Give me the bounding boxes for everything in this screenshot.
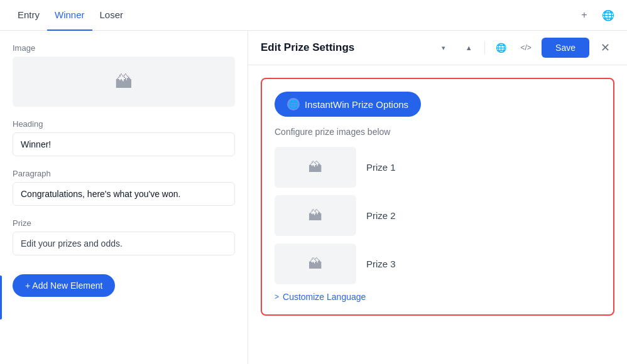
save-label: Save xyxy=(555,43,575,53)
image-label: Image xyxy=(13,43,235,53)
globe-header-icon: 🌐 xyxy=(496,43,506,53)
tab-bar: Entry Winner Loser + 🌐 xyxy=(0,0,627,31)
customize-language-link[interactable]: > Customize Language xyxy=(275,292,601,302)
tab-winner-label: Winner xyxy=(55,9,85,20)
code-icon: </> xyxy=(520,43,531,52)
prize-item-2: 🏔 Prize 2 xyxy=(275,195,601,236)
prize-image-box-1[interactable]: 🏔 xyxy=(275,147,356,188)
instantwin-button[interactable]: 🌐 InstantWin Prize Options xyxy=(275,92,421,117)
prize-label-1: Prize 1 xyxy=(366,162,396,173)
save-button[interactable]: Save xyxy=(542,38,589,58)
image-box[interactable]: 🏔 xyxy=(13,56,235,107)
prize-label: Prize xyxy=(13,218,235,228)
up-arrow-icon: ▲ xyxy=(466,44,472,51)
main-layout: Image 🏔 Heading Paragraph Prize Edit you… xyxy=(0,31,627,364)
left-accent xyxy=(0,276,2,319)
configure-text: Configure prize images below xyxy=(275,127,601,137)
prize-image-box-2[interactable]: 🏔 xyxy=(275,195,356,236)
dropdown-button[interactable]: ▾ xyxy=(434,38,453,57)
heading-label: Heading xyxy=(13,119,235,129)
right-panel: Edit Prize Settings ▾ ▲ 🌐 </> Save ✕ xyxy=(248,31,627,364)
prize-item-3: 🏔 Prize 3 xyxy=(275,244,601,284)
code-button[interactable]: </> xyxy=(516,38,535,57)
add-tab-button[interactable]: + xyxy=(575,6,593,24)
prize-image-placeholder-3: 🏔 xyxy=(308,256,322,272)
tab-entry-label: Entry xyxy=(18,9,40,20)
prize-value: Edit your prizes and odds. xyxy=(21,238,123,249)
image-placeholder-icon: 🏔 xyxy=(115,72,133,92)
globe-tab-button[interactable]: 🌐 xyxy=(599,6,617,24)
paragraph-field-group: Paragraph xyxy=(13,169,235,206)
customize-language-label: Customize Language xyxy=(283,292,366,302)
instantwin-globe-icon: 🌐 xyxy=(287,98,300,110)
tab-actions: + 🌐 xyxy=(575,6,617,24)
prize-input-box[interactable]: Edit your prizes and odds. xyxy=(13,232,235,255)
heading-input[interactable] xyxy=(13,132,235,156)
header-divider xyxy=(484,41,485,54)
tab-loser-label: Loser xyxy=(100,9,124,20)
add-element-label: + Add New Element xyxy=(25,281,102,291)
prize-settings-title: Edit Prize Settings xyxy=(261,41,428,54)
prize-label-2: Prize 2 xyxy=(366,210,396,221)
add-element-button[interactable]: + Add New Element xyxy=(13,274,115,297)
image-field-group: Image 🏔 xyxy=(13,43,235,107)
dropdown-arrow-icon: ▾ xyxy=(442,44,445,52)
paragraph-label: Paragraph xyxy=(13,169,235,178)
prize-image-box-3[interactable]: 🏔 xyxy=(275,244,356,284)
globe-header-button[interactable]: 🌐 xyxy=(491,38,510,57)
tab-entry[interactable]: Entry xyxy=(10,0,47,31)
left-panel: Image 🏔 Heading Paragraph Prize Edit you… xyxy=(0,31,248,364)
tab-loser[interactable]: Loser xyxy=(92,0,131,31)
prize-field-group: Prize Edit your prizes and odds. xyxy=(13,218,235,255)
instantwin-label: InstantWin Prize Options xyxy=(305,99,408,110)
paragraph-input[interactable] xyxy=(13,182,235,206)
up-arrow-button[interactable]: ▲ xyxy=(459,38,478,57)
prize-label-3: Prize 3 xyxy=(366,259,396,269)
close-button[interactable]: ✕ xyxy=(596,38,614,57)
prize-image-placeholder-1: 🏔 xyxy=(308,159,322,176)
prize-item-1: 🏔 Prize 1 xyxy=(275,147,601,188)
prize-content: 🌐 InstantWin Prize Options Configure pri… xyxy=(248,65,627,364)
close-icon: ✕ xyxy=(601,41,610,55)
tab-winner[interactable]: Winner xyxy=(47,0,92,31)
prize-settings-box: 🌐 InstantWin Prize Options Configure pri… xyxy=(261,78,614,316)
prize-image-placeholder-2: 🏔 xyxy=(308,208,322,224)
prize-settings-header: Edit Prize Settings ▾ ▲ 🌐 </> Save ✕ xyxy=(248,31,627,65)
chevron-right-icon: > xyxy=(275,292,279,301)
heading-field-group: Heading xyxy=(13,119,235,156)
